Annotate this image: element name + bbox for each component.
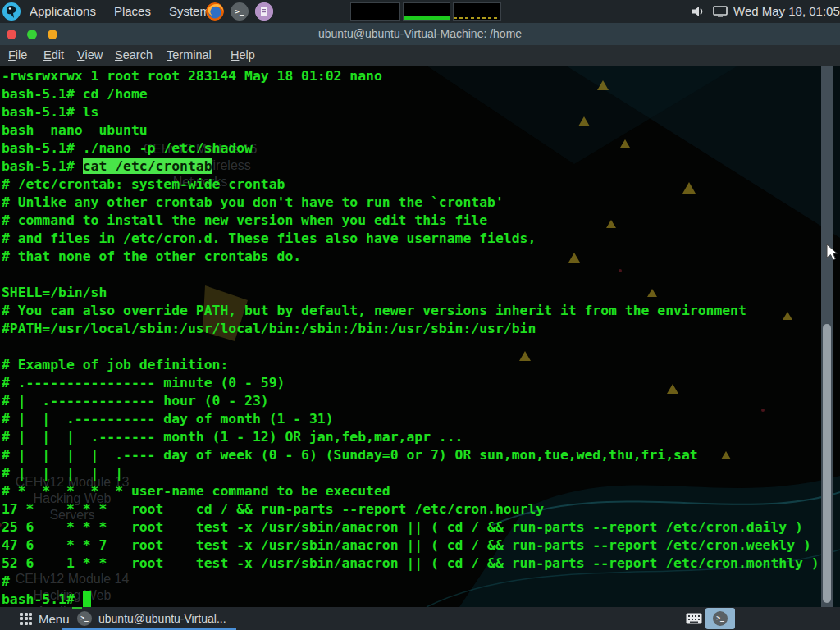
panel-menus: ApplicationsPlacesSystem [30, 0, 210, 23]
network-usage-line [454, 17, 500, 19]
terminal-line: # [2, 573, 822, 591]
terminal-launcher-icon[interactable]: >_ [231, 2, 249, 21]
system-monitor-applet-network[interactable] [453, 2, 501, 21]
display-icon[interactable] [713, 5, 728, 18]
terminal-cursor [83, 591, 91, 607]
terminal-line: 25 6 * * * root test -x /usr/sbin/anacro… [2, 518, 822, 536]
top-panel: ApplicationsPlacesSystem >_ Wed May 18, … [0, 0, 840, 23]
terminal-line [2, 338, 822, 356]
panel-clock[interactable]: Wed May 18, 01:05 [733, 0, 840, 23]
parrot-logo-icon[interactable] [2, 2, 21, 21]
bottom-taskbar: Menu >_ ubuntu@ubuntu-Virtual... >_ [0, 607, 840, 630]
terminal-line: bash-5.1# ls [2, 103, 822, 121]
terminal-line: # | | | .------- month (1 - 12) OR jan,f… [2, 428, 822, 446]
terminal-line: # command to install the new version whe… [2, 212, 822, 230]
terminal-scrollbar[interactable] [821, 66, 833, 607]
menu-terminal[interactable]: Terminal [167, 45, 212, 65]
mouse-cursor [826, 244, 838, 261]
tray-terminal-icon: >_ [713, 611, 728, 626]
text-editor-icon[interactable] [255, 2, 273, 21]
menu-file[interactable]: File [8, 45, 27, 65]
terminal-line: # that none of the other crontabs do. [2, 248, 822, 266]
system-monitor-applet-cpu[interactable] [350, 2, 400, 21]
terminal-line: bash-5.1# cat /etc/crontab [2, 158, 822, 176]
tray-terminal-button[interactable]: >_ [705, 608, 735, 629]
panel-menu-applications[interactable]: Applications [30, 0, 96, 23]
desktop-screen: ApplicationsPlacesSystem >_ Wed May 18, … [0, 0, 840, 630]
terminal-line: SHELL=/bin/sh [2, 284, 822, 302]
window-title: ubuntu@ubuntu-Virtual-Machine: /home [0, 23, 840, 45]
terminal-screen[interactable]: CEHv12 Module 16Hacking WirelessNetworks… [0, 66, 840, 607]
scrollbar-thumb[interactable] [823, 324, 831, 603]
terminal-line: 17 * * * * root cd / && run-parts --repo… [2, 500, 822, 518]
terminal-line: # | | | | | [2, 464, 822, 482]
terminal-line [2, 266, 822, 284]
terminal-menubar: FileEditViewSearchTerminalHelp [0, 45, 840, 66]
terminal-window-icon: >_ [77, 611, 92, 626]
menu-view[interactable]: View [77, 45, 103, 65]
terminal-line: bash nano ubuntu [2, 121, 822, 139]
panel-menu-system[interactable]: System [169, 0, 210, 23]
memory-usage-bar [404, 16, 450, 20]
terminal-line: # | | | | .---- day of week (0 - 6) (Sun… [2, 446, 822, 464]
panel-menu-places[interactable]: Places [114, 0, 151, 23]
volume-icon[interactable] [692, 5, 705, 18]
terminal-line: # You can also override PATH, but by def… [2, 302, 822, 320]
window-titlebar[interactable]: ubuntu@ubuntu-Virtual-Machine: /home [0, 23, 840, 45]
terminal-line: # | .------------- hour (0 - 23) [2, 392, 822, 410]
terminal-output: -rwsrwxrwx 1 root root 283144 May 18 01:… [0, 66, 840, 607]
menu-edit[interactable]: Edit [43, 45, 64, 65]
menu-help[interactable]: Help [231, 45, 255, 65]
terminal-line: # /etc/crontab: system-wide crontab [2, 176, 822, 194]
terminal-line: bash-5.1# cd /home [2, 85, 822, 103]
terminal-line: # | | .---------- day of month (1 - 31) [2, 410, 822, 428]
menu-grid-icon [20, 613, 32, 625]
terminal-line: # Unlike any other crontab you don't hav… [2, 194, 822, 212]
firefox-icon[interactable] [206, 2, 224, 21]
menu-search[interactable]: Search [115, 45, 153, 65]
terminal-line: 52 6 1 * * root test -x /usr/sbin/anacro… [2, 555, 822, 573]
system-monitor-applet-memory[interactable] [403, 2, 450, 21]
taskbar-window-item[interactable]: >_ ubuntu@ubuntu-Virtual... [62, 608, 236, 630]
terminal-line: # and files in /etc/cron.d. These files … [2, 230, 822, 248]
terminal-line: # * * * * * user-name command to be exec… [2, 482, 822, 500]
terminal-line: -rwsrwxrwx 1 root root 283144 May 18 01:… [2, 67, 822, 85]
terminal-line: #PATH=/usr/local/sbin:/usr/local/bin:/sb… [2, 320, 822, 338]
terminal-line: bash-5.1# ./nano -p /etc/shadow [2, 139, 822, 158]
terminal-line: 47 6 * * 7 root test -x /usr/sbin/anacro… [2, 536, 822, 555]
highlighted-command: cat /etc/crontab [83, 158, 212, 174]
keyboard-layout-icon[interactable] [686, 613, 702, 624]
taskbar-window-label: ubuntu@ubuntu-Virtual... [98, 612, 226, 625]
terminal-line: bash-5.1# [2, 591, 822, 607]
terminal-line: # Example of job definition: [2, 356, 822, 374]
terminal-line: # .---------------- minute (0 - 59) [2, 374, 822, 392]
